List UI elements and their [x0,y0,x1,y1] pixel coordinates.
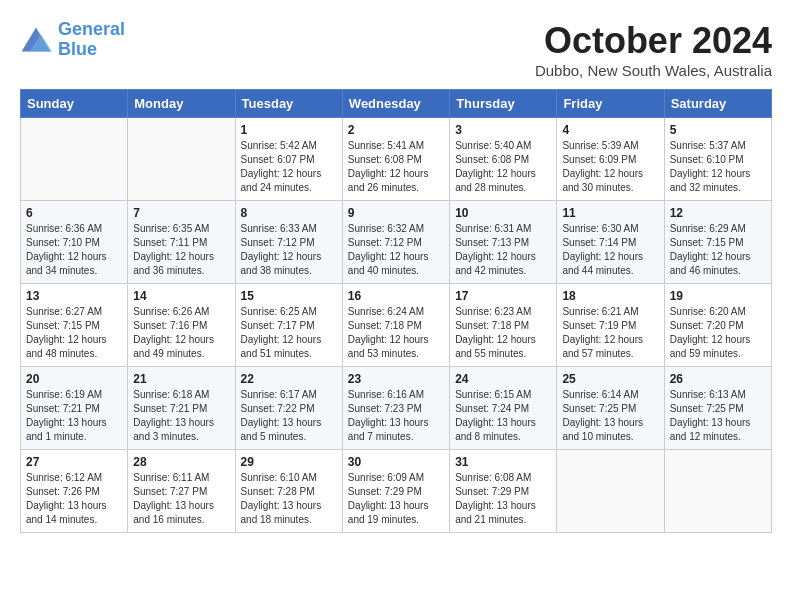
day-info: Sunrise: 6:20 AMSunset: 7:20 PMDaylight:… [670,306,751,359]
day-number: 2 [348,123,444,137]
table-row: 16Sunrise: 6:24 AMSunset: 7:18 PMDayligh… [342,284,449,367]
table-row: 1Sunrise: 5:42 AMSunset: 6:07 PMDaylight… [235,118,342,201]
table-row: 22Sunrise: 6:17 AMSunset: 7:22 PMDayligh… [235,367,342,450]
day-info: Sunrise: 6:13 AMSunset: 7:25 PMDaylight:… [670,389,751,442]
day-info: Sunrise: 6:18 AMSunset: 7:21 PMDaylight:… [133,389,214,442]
table-row: 4Sunrise: 5:39 AMSunset: 6:09 PMDaylight… [557,118,664,201]
day-info: Sunrise: 5:39 AMSunset: 6:09 PMDaylight:… [562,140,643,193]
day-info: Sunrise: 6:12 AMSunset: 7:26 PMDaylight:… [26,472,107,525]
day-number: 6 [26,206,122,220]
table-row: 14Sunrise: 6:26 AMSunset: 7:16 PMDayligh… [128,284,235,367]
day-number: 31 [455,455,551,469]
day-info: Sunrise: 6:32 AMSunset: 7:12 PMDaylight:… [348,223,429,276]
day-info: Sunrise: 6:08 AMSunset: 7:29 PMDaylight:… [455,472,536,525]
table-row: 27Sunrise: 6:12 AMSunset: 7:26 PMDayligh… [21,450,128,533]
day-info: Sunrise: 6:24 AMSunset: 7:18 PMDaylight:… [348,306,429,359]
table-row: 23Sunrise: 6:16 AMSunset: 7:23 PMDayligh… [342,367,449,450]
table-row: 18Sunrise: 6:21 AMSunset: 7:19 PMDayligh… [557,284,664,367]
day-info: Sunrise: 6:31 AMSunset: 7:13 PMDaylight:… [455,223,536,276]
table-row: 15Sunrise: 6:25 AMSunset: 7:17 PMDayligh… [235,284,342,367]
day-number: 8 [241,206,337,220]
logo-line2: Blue [58,39,97,59]
day-info: Sunrise: 6:14 AMSunset: 7:25 PMDaylight:… [562,389,643,442]
table-row [664,450,771,533]
day-number: 25 [562,372,658,386]
table-row: 17Sunrise: 6:23 AMSunset: 7:18 PMDayligh… [450,284,557,367]
table-row: 13Sunrise: 6:27 AMSunset: 7:15 PMDayligh… [21,284,128,367]
day-info: Sunrise: 6:25 AMSunset: 7:17 PMDaylight:… [241,306,322,359]
day-number: 17 [455,289,551,303]
calendar-header: Sunday Monday Tuesday Wednesday Thursday… [21,90,772,118]
day-info: Sunrise: 6:19 AMSunset: 7:21 PMDaylight:… [26,389,107,442]
header-friday: Friday [557,90,664,118]
day-number: 4 [562,123,658,137]
table-row [557,450,664,533]
table-row: 8Sunrise: 6:33 AMSunset: 7:12 PMDaylight… [235,201,342,284]
title-area: October 2024 Dubbo, New South Wales, Aus… [535,20,772,79]
table-row: 28Sunrise: 6:11 AMSunset: 7:27 PMDayligh… [128,450,235,533]
day-number: 27 [26,455,122,469]
day-info: Sunrise: 6:35 AMSunset: 7:11 PMDaylight:… [133,223,214,276]
day-number: 15 [241,289,337,303]
day-info: Sunrise: 6:17 AMSunset: 7:22 PMDaylight:… [241,389,322,442]
day-number: 26 [670,372,766,386]
day-info: Sunrise: 6:10 AMSunset: 7:28 PMDaylight:… [241,472,322,525]
day-info: Sunrise: 5:40 AMSunset: 6:08 PMDaylight:… [455,140,536,193]
table-row: 21Sunrise: 6:18 AMSunset: 7:21 PMDayligh… [128,367,235,450]
day-number: 12 [670,206,766,220]
header-thursday: Thursday [450,90,557,118]
day-info: Sunrise: 6:26 AMSunset: 7:16 PMDaylight:… [133,306,214,359]
day-info: Sunrise: 6:11 AMSunset: 7:27 PMDaylight:… [133,472,214,525]
table-row: 5Sunrise: 5:37 AMSunset: 6:10 PMDaylight… [664,118,771,201]
day-number: 23 [348,372,444,386]
day-number: 7 [133,206,229,220]
header: General Blue October 2024 Dubbo, New Sou… [20,20,772,79]
table-row: 24Sunrise: 6:15 AMSunset: 7:24 PMDayligh… [450,367,557,450]
day-info: Sunrise: 6:15 AMSunset: 7:24 PMDaylight:… [455,389,536,442]
table-row: 26Sunrise: 6:13 AMSunset: 7:25 PMDayligh… [664,367,771,450]
day-number: 3 [455,123,551,137]
day-info: Sunrise: 6:09 AMSunset: 7:29 PMDaylight:… [348,472,429,525]
logo-line1: General [58,19,125,39]
day-info: Sunrise: 5:37 AMSunset: 6:10 PMDaylight:… [670,140,751,193]
table-row: 12Sunrise: 6:29 AMSunset: 7:15 PMDayligh… [664,201,771,284]
day-info: Sunrise: 6:27 AMSunset: 7:15 PMDaylight:… [26,306,107,359]
calendar-table: Sunday Monday Tuesday Wednesday Thursday… [20,89,772,533]
day-number: 22 [241,372,337,386]
day-number: 11 [562,206,658,220]
day-number: 13 [26,289,122,303]
day-info: Sunrise: 6:21 AMSunset: 7:19 PMDaylight:… [562,306,643,359]
day-info: Sunrise: 6:36 AMSunset: 7:10 PMDaylight:… [26,223,107,276]
header-saturday: Saturday [664,90,771,118]
day-info: Sunrise: 6:30 AMSunset: 7:14 PMDaylight:… [562,223,643,276]
table-row: 6Sunrise: 6:36 AMSunset: 7:10 PMDaylight… [21,201,128,284]
day-number: 1 [241,123,337,137]
day-number: 10 [455,206,551,220]
header-monday: Monday [128,90,235,118]
day-info: Sunrise: 6:33 AMSunset: 7:12 PMDaylight:… [241,223,322,276]
day-info: Sunrise: 5:42 AMSunset: 6:07 PMDaylight:… [241,140,322,193]
table-row: 30Sunrise: 6:09 AMSunset: 7:29 PMDayligh… [342,450,449,533]
day-number: 9 [348,206,444,220]
table-row: 29Sunrise: 6:10 AMSunset: 7:28 PMDayligh… [235,450,342,533]
table-row [128,118,235,201]
day-info: Sunrise: 6:23 AMSunset: 7:18 PMDaylight:… [455,306,536,359]
table-row: 31Sunrise: 6:08 AMSunset: 7:29 PMDayligh… [450,450,557,533]
table-row: 11Sunrise: 6:30 AMSunset: 7:14 PMDayligh… [557,201,664,284]
table-row: 7Sunrise: 6:35 AMSunset: 7:11 PMDaylight… [128,201,235,284]
calendar-body: 1Sunrise: 5:42 AMSunset: 6:07 PMDaylight… [21,118,772,533]
logo: General Blue [20,20,125,60]
day-info: Sunrise: 6:16 AMSunset: 7:23 PMDaylight:… [348,389,429,442]
logo-text: General Blue [58,20,125,60]
day-number: 19 [670,289,766,303]
day-number: 20 [26,372,122,386]
table-row: 20Sunrise: 6:19 AMSunset: 7:21 PMDayligh… [21,367,128,450]
table-row: 10Sunrise: 6:31 AMSunset: 7:13 PMDayligh… [450,201,557,284]
table-row: 3Sunrise: 5:40 AMSunset: 6:08 PMDaylight… [450,118,557,201]
month-title: October 2024 [535,20,772,62]
day-number: 21 [133,372,229,386]
table-row: 19Sunrise: 6:20 AMSunset: 7:20 PMDayligh… [664,284,771,367]
logo-icon [20,26,52,54]
table-row [21,118,128,201]
header-sunday: Sunday [21,90,128,118]
